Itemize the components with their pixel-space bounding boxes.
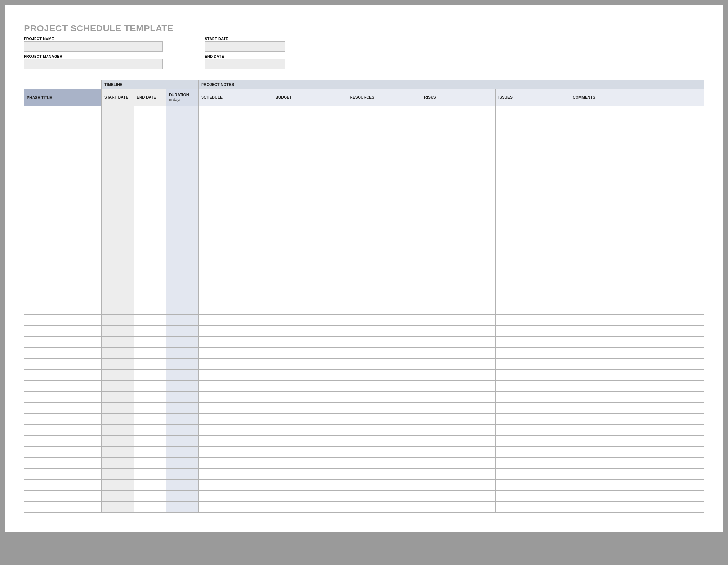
cell-start[interactable] [102, 238, 134, 249]
cell-phase[interactable] [24, 139, 102, 150]
cell-risks[interactable] [421, 117, 496, 128]
cell-start[interactable] [102, 172, 134, 183]
cell-dur[interactable] [166, 348, 199, 359]
cell-comments[interactable] [570, 447, 704, 458]
cell-budget[interactable] [273, 491, 347, 502]
cell-resources[interactable] [347, 293, 421, 304]
cell-budget[interactable] [273, 271, 347, 282]
cell-risks[interactable] [421, 414, 496, 425]
cell-budget[interactable] [273, 403, 347, 414]
cell-schedule[interactable] [199, 139, 273, 150]
cell-start[interactable] [102, 447, 134, 458]
cell-phase[interactable] [24, 150, 102, 161]
cell-risks[interactable] [421, 260, 496, 271]
cell-risks[interactable] [421, 458, 496, 469]
cell-comments[interactable] [570, 172, 704, 183]
cell-phase[interactable] [24, 183, 102, 194]
cell-budget[interactable] [273, 370, 347, 381]
cell-phase[interactable] [24, 282, 102, 293]
cell-risks[interactable] [421, 392, 496, 403]
cell-comments[interactable] [570, 249, 704, 260]
cell-comments[interactable] [570, 348, 704, 359]
cell-budget[interactable] [273, 106, 347, 117]
cell-start[interactable] [102, 370, 134, 381]
cell-issues[interactable] [496, 502, 570, 513]
cell-end[interactable] [134, 359, 166, 370]
cell-schedule[interactable] [199, 469, 273, 480]
cell-resources[interactable] [347, 436, 421, 447]
cell-budget[interactable] [273, 326, 347, 337]
cell-resources[interactable] [347, 348, 421, 359]
cell-issues[interactable] [496, 403, 570, 414]
cell-start[interactable] [102, 227, 134, 238]
cell-risks[interactable] [421, 106, 496, 117]
cell-start[interactable] [102, 480, 134, 491]
cell-phase[interactable] [24, 447, 102, 458]
cell-risks[interactable] [421, 161, 496, 172]
cell-comments[interactable] [570, 205, 704, 216]
cell-comments[interactable] [570, 194, 704, 205]
cell-end[interactable] [134, 106, 166, 117]
cell-issues[interactable] [496, 183, 570, 194]
cell-schedule[interactable] [199, 480, 273, 491]
cell-budget[interactable] [273, 249, 347, 260]
cell-issues[interactable] [496, 238, 570, 249]
cell-end[interactable] [134, 216, 166, 227]
cell-end[interactable] [134, 293, 166, 304]
cell-start[interactable] [102, 139, 134, 150]
cell-comments[interactable] [570, 238, 704, 249]
cell-schedule[interactable] [199, 227, 273, 238]
cell-schedule[interactable] [199, 183, 273, 194]
cell-risks[interactable] [421, 271, 496, 282]
cell-dur[interactable] [166, 502, 199, 513]
project-name-input[interactable] [24, 41, 163, 52]
cell-schedule[interactable] [199, 117, 273, 128]
cell-comments[interactable] [570, 293, 704, 304]
cell-budget[interactable] [273, 238, 347, 249]
cell-risks[interactable] [421, 282, 496, 293]
cell-schedule[interactable] [199, 370, 273, 381]
cell-resources[interactable] [347, 370, 421, 381]
cell-start[interactable] [102, 304, 134, 315]
cell-budget[interactable] [273, 227, 347, 238]
cell-schedule[interactable] [199, 348, 273, 359]
cell-schedule[interactable] [199, 392, 273, 403]
cell-issues[interactable] [496, 150, 570, 161]
cell-dur[interactable] [166, 282, 199, 293]
cell-budget[interactable] [273, 414, 347, 425]
cell-issues[interactable] [496, 348, 570, 359]
cell-phase[interactable] [24, 425, 102, 436]
cell-issues[interactable] [496, 172, 570, 183]
cell-start[interactable] [102, 458, 134, 469]
cell-budget[interactable] [273, 172, 347, 183]
cell-risks[interactable] [421, 227, 496, 238]
cell-start[interactable] [102, 249, 134, 260]
cell-schedule[interactable] [199, 205, 273, 216]
cell-dur[interactable] [166, 359, 199, 370]
cell-start[interactable] [102, 403, 134, 414]
cell-end[interactable] [134, 282, 166, 293]
cell-resources[interactable] [347, 161, 421, 172]
cell-dur[interactable] [166, 315, 199, 326]
cell-end[interactable] [134, 194, 166, 205]
cell-risks[interactable] [421, 491, 496, 502]
cell-comments[interactable] [570, 337, 704, 348]
cell-resources[interactable] [347, 315, 421, 326]
cell-issues[interactable] [496, 491, 570, 502]
start-date-input[interactable] [205, 41, 285, 52]
cell-end[interactable] [134, 502, 166, 513]
cell-end[interactable] [134, 260, 166, 271]
cell-comments[interactable] [570, 315, 704, 326]
cell-start[interactable] [102, 359, 134, 370]
cell-resources[interactable] [347, 249, 421, 260]
cell-start[interactable] [102, 117, 134, 128]
cell-budget[interactable] [273, 194, 347, 205]
cell-risks[interactable] [421, 337, 496, 348]
cell-phase[interactable] [24, 238, 102, 249]
cell-schedule[interactable] [199, 458, 273, 469]
cell-start[interactable] [102, 469, 134, 480]
cell-end[interactable] [134, 392, 166, 403]
cell-comments[interactable] [570, 414, 704, 425]
cell-schedule[interactable] [199, 271, 273, 282]
cell-dur[interactable] [166, 304, 199, 315]
